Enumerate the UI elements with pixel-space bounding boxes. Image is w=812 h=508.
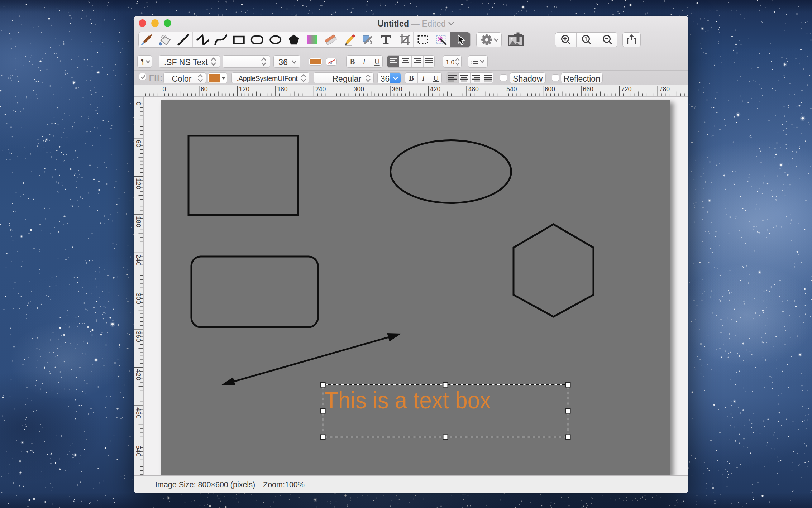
svg-text:¶: ¶ xyxy=(141,57,145,66)
svg-text:This is a text box: This is a text box xyxy=(325,387,491,413)
